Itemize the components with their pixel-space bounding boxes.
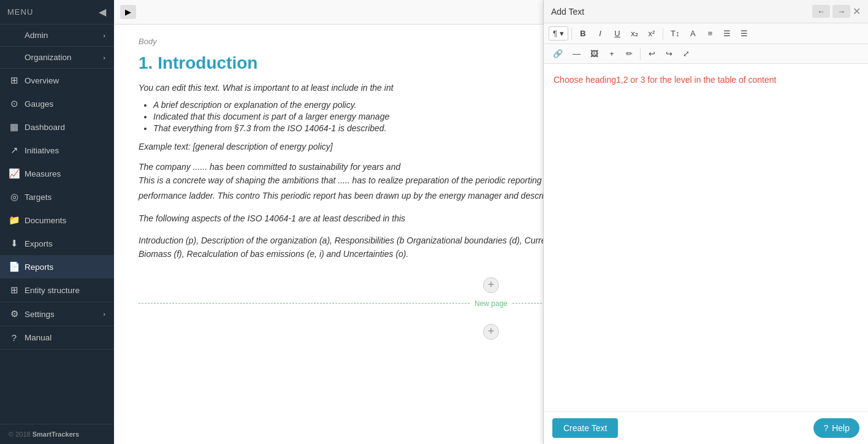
underline-label: U [614,29,620,38]
list-ol-button[interactable]: ☰ [736,26,752,40]
sidebar-item-label: Manual [25,333,51,342]
toolbar-row1: ¶ ▾ B I U x₂ x² T↕ A ≡ ☰ ☰ [544,23,868,44]
sidebar-item-manual[interactable]: ? Manual [0,326,114,349]
overview-icon: ⊞ [9,75,20,86]
redo-button[interactable]: ↪ [661,47,677,61]
superscript-label: x² [649,29,655,38]
list-ul-label: ☰ [723,29,731,38]
footer-brand: SmartTrackers [32,431,79,438]
toolbar-sep-3 [640,48,641,60]
sidebar-item-label: Targets [25,193,51,202]
link-button[interactable]: 🔗 [549,47,567,61]
font-color-button[interactable]: A [685,26,701,40]
admin-arrow: › [103,32,105,39]
sidebar-item-gauges[interactable]: ⊙ Gauges [0,92,114,115]
org-arrow: › [103,54,105,61]
sidebar-item-reports[interactable]: 📄 Reports [0,255,114,278]
sidebar-header: MENU ◀ [0,0,114,25]
bold-label: B [580,29,585,38]
panel-next-button[interactable]: → [832,5,850,18]
expand-button[interactable]: ⤢ [678,47,694,61]
expand-icon: ▶ [125,7,131,17]
sidebar-section-org: Organization › [0,47,114,69]
sidebar-item-entity-structure[interactable]: ⊞ Entity structure [0,278,114,302]
panel-header: Add Text ← → ✕ [544,0,868,23]
superscript-button[interactable]: x² [644,26,660,40]
sidebar-section-manual: ? Manual [0,326,114,350]
entity-icon: ⊞ [9,285,20,296]
manual-icon: ? [9,332,20,343]
subscript-button[interactable]: x₂ [626,26,642,40]
sidebar-item-label: Settings [25,310,55,319]
align-label: ≡ [708,29,713,38]
sidebar-item-label: Documents [25,216,66,225]
sidebar-item-organization[interactable]: Organization › [0,47,114,68]
italic-label: I [599,29,601,38]
sidebar-item-initiatives[interactable]: ↗ Initiatives [0,139,114,162]
redo-icon: ↪ [666,49,672,58]
main-content: ▶ Body 1. Introduction You can edit this… [114,0,868,444]
sidebar-collapse-icon[interactable]: ◀ [99,6,107,18]
sidebar-section-settings: ⚙ Settings › [0,302,114,326]
image-button[interactable]: 🖼 [586,47,603,61]
sidebar-item-admin[interactable]: Admin › [0,25,114,46]
help-button[interactable]: ? Help [813,418,859,438]
add-text-panel: Add Text ← → ✕ ¶ ▾ B I U x₂ x² T↕ A ≡ ☰ … [543,0,868,444]
panel-prev-button[interactable]: ← [812,5,830,18]
sidebar-item-dashboard[interactable]: ▦ Dashboard [0,115,114,139]
sidebar-item-exports[interactable]: ⬇ Exports [0,232,114,255]
sidebar-section-admin: Admin › [0,25,114,47]
sidebar: MENU ◀ Admin › Organization › ⊞ Overview [0,0,114,444]
sidebar-item-measures[interactable]: 📈 Measures [0,162,114,185]
align-button[interactable]: ≡ [702,26,718,40]
panel-title: Add Text [551,7,584,17]
reports-icon: 📄 [9,261,20,272]
panel-content[interactable] [544,96,868,411]
add-block-button-2[interactable]: + [483,324,499,340]
sidebar-item-label: Reports [25,262,53,272]
font-size-button[interactable]: T↕ [666,26,683,40]
sidebar-item-label: Initiatives [25,146,59,155]
toolbar-row2: 🔗 — 🖼 + ✏ ↩ ↪ ⤢ [544,44,868,64]
add-block-button[interactable]: + [483,277,499,293]
sidebar-item-targets[interactable]: ◎ Targets [0,185,114,209]
underline-button[interactable]: U [609,26,625,40]
help-icon: ? [823,423,828,433]
horizontal-rule-button[interactable]: — [568,47,585,61]
link-icon: 🔗 [553,49,563,58]
settings-arrow: › [103,310,105,318]
expand-icon: ⤢ [683,49,690,58]
italic-button[interactable]: I [592,26,608,40]
targets-icon: ◎ [9,191,20,202]
dashboard-icon: ▦ [9,121,20,132]
hint-text: Choose heading1,2 or 3 for the level in … [544,64,868,96]
panel-footer: Create Text ? Help [544,411,868,444]
brush-icon: ✏ [626,49,633,58]
image-icon: 🖼 [590,49,598,58]
hr-icon: — [573,49,581,58]
list-ul-button[interactable]: ☰ [719,26,735,40]
undo-icon: ↩ [649,49,655,58]
documents-icon: 📁 [9,215,20,226]
insert-button[interactable]: + [604,47,620,61]
style-dropdown-button[interactable]: ¶ ▾ [549,26,568,40]
panel-close-button[interactable]: ✕ [853,5,861,18]
measures-icon: 📈 [9,168,20,179]
sidebar-item-label: Admin [25,31,48,40]
gauges-icon: ⊙ [9,98,20,109]
sidebar-footer: © 2018 SmartTrackers [0,424,114,444]
sidebar-item-overview[interactable]: ⊞ Overview [0,69,114,92]
sidebar-expand-button[interactable]: ▶ [120,5,136,19]
bold-button[interactable]: B [575,26,591,40]
sidebar-section-nav: ⊞ Overview ⊙ Gauges ▦ Dashboard ↗ Initia… [0,69,114,302]
list-ol-label: ☰ [740,29,748,38]
panel-nav-group: ← → ✕ [812,5,861,18]
sidebar-item-settings[interactable]: ⚙ Settings › [0,302,114,326]
subscript-label: x₂ [631,29,638,38]
undo-button[interactable]: ↩ [644,47,660,61]
sidebar-item-label: Dashboard [25,123,65,132]
new-page-label: New page [470,299,512,308]
sidebar-item-documents[interactable]: 📁 Documents [0,209,114,232]
brush-button[interactable]: ✏ [621,47,637,61]
create-text-button[interactable]: Create Text [552,418,618,438]
